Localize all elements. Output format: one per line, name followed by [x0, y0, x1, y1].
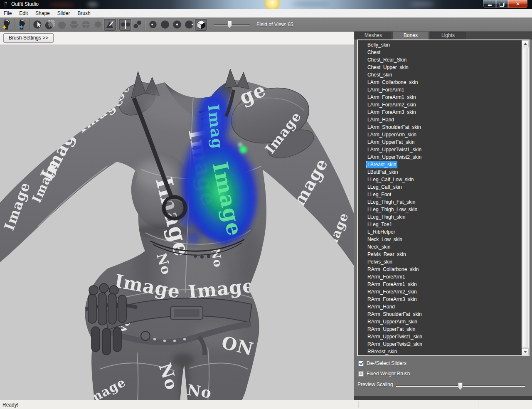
bone-list-item[interactable]: RArm_ForeArm2_skin [358, 288, 521, 296]
bone-list-item[interactable]: LLeg_Thigh_Low_skin [358, 206, 521, 213]
brush-falloff-solid-icon [160, 19, 170, 30]
menu-edit[interactable]: Edit [15, 10, 32, 17]
fov-label: Field of View: 65 [256, 22, 293, 27]
toolbar-separator [30, 19, 30, 30]
bone-list-item[interactable]: RArm_UpperArm_skin [358, 318, 521, 325]
fixed-weight-checkbox[interactable] [358, 371, 364, 377]
perspective-toggle-button[interactable] [195, 19, 207, 31]
tab-bones[interactable]: Bones [393, 32, 429, 39]
move-brush-button[interactable] [80, 19, 92, 31]
bone-list-item[interactable]: RArm_UpperTwist2_skin [358, 340, 521, 348]
bone-list-item[interactable]: LArm_ForeArm2_skin [358, 101, 521, 108]
main-toolbar: Field of View: 65 [0, 17, 532, 32]
glass-blur-decoration [265, 0, 280, 9]
bone-list-item[interactable]: RArm_Collarbone_skin [358, 266, 521, 273]
bone-list-item[interactable]: RArm_Hand [358, 303, 521, 310]
bone-list-item[interactable]: RArm_ForeArm3_skin [358, 296, 521, 303]
brush-falloff-solid-button[interactable] [159, 19, 171, 31]
close-button[interactable]: ✕ [508, 0, 527, 8]
scrollbar-thumb[interactable] [522, 48, 528, 347]
bone-list-item[interactable]: Chest_Upper_skin [358, 64, 521, 71]
menu-slider[interactable]: Slider [54, 10, 74, 17]
bone-list-item[interactable]: LArm_Collarbone_skin [358, 79, 521, 86]
preview-scaling-slider[interactable] [396, 385, 525, 387]
viewport-3d[interactable]: ImageImageImageImagegeImageImageNoNoImag… [0, 45, 354, 400]
status-divider [358, 401, 359, 408]
fov-slider-track[interactable] [214, 24, 250, 26]
bone-list[interactable]: Belly_skinChestChest_Rear_SkinChest_Uppe… [357, 39, 530, 356]
new-project-button[interactable] [1, 19, 13, 31]
tab-lights[interactable]: Lights [430, 32, 466, 39]
bone-list-item[interactable]: LLeg_Toe1 [358, 221, 521, 228]
bone-list-item[interactable]: LArm_ShoulderFat_skin [358, 123, 521, 131]
bone-list-item[interactable]: LLeg_Foot [358, 191, 521, 198]
bone-list-item[interactable]: Neck_skin [358, 243, 521, 251]
bone-list-item[interactable]: RArm_UpperTwist1_skin [358, 333, 521, 340]
brush-settings-button[interactable]: Brush Settings >> [3, 33, 54, 43]
bone-list-item[interactable]: LButtFat_skin [358, 168, 521, 176]
bone-list-item[interactable]: RArm_ForeArm1 [358, 273, 521, 281]
deselect-sliders-checkbox[interactable] [358, 361, 364, 366]
bone-list-item[interactable]: LLeg_Thigh_skin [358, 213, 521, 221]
fixed-weight-option[interactable]: Fixed Weight Brush [358, 371, 410, 377]
bone-list-item[interactable]: LLeg_Thigh_Fat_skin [358, 198, 521, 206]
bone-list-item[interactable]: Pelvis_skin [358, 258, 521, 266]
panel-tab-bar: MeshesBonesLights [354, 32, 532, 39]
preview-scaling-thumb[interactable] [458, 382, 463, 390]
menu-shape[interactable]: Shape [32, 10, 54, 17]
bone-list-item[interactable]: Chest_Rear_Skin [358, 56, 521, 64]
fov-slider-thumb[interactable] [227, 21, 232, 28]
x-mirror-button[interactable] [119, 19, 131, 31]
brush-falloff-center-button[interactable] [171, 19, 183, 31]
bone-list-item[interactable]: LArm_UpperTwist1_skin [358, 146, 521, 153]
bone-list-item[interactable]: Pelvis_Rear_skin [358, 251, 521, 258]
bone-list-item[interactable]: RArm_ShoulderFat_skin [358, 310, 521, 318]
glass-blur-decoration [292, 1, 330, 7]
bone-list-item[interactable]: LArm_Hand [358, 116, 521, 123]
mask-brush-button[interactable] [44, 19, 56, 31]
scrollbar-up-button[interactable] [522, 40, 529, 47]
minimize-button[interactable] [483, 0, 496, 8]
bone-list-item[interactable]: L_RibHelper [358, 228, 521, 236]
fov-slider[interactable]: Field of View: 65 [214, 22, 293, 27]
glass-blur-decoration [409, 2, 434, 7]
brush-falloff-edge-button[interactable] [183, 19, 195, 31]
restore-button[interactable] [496, 0, 508, 8]
deselect-sliders-option[interactable]: De-/Select Sliders [358, 360, 406, 366]
bone-list-item[interactable]: RArm_UpperFat_skin [358, 325, 521, 333]
bone-list-item[interactable]: Chest [358, 49, 521, 56]
preview-scaling-label: Preview Scaling [357, 382, 393, 387]
bone-list-item[interactable]: LBreast_skin [358, 161, 521, 168]
select-tool-button[interactable] [32, 19, 44, 31]
bone-list-item[interactable]: LArm_UpperTwist2_skin [358, 153, 521, 161]
bone-list-scrollbar[interactable] [522, 40, 529, 355]
window-title: Outfit Studio [11, 1, 39, 7]
bone-list-item[interactable]: LArm_ForeArm1 [358, 86, 521, 94]
inflate-brush-button[interactable] [56, 19, 68, 31]
tab-meshes[interactable]: Meshes [355, 32, 391, 39]
bone-list-item[interactable]: LLeg_Calf_Low_skin [358, 176, 521, 183]
weight-brush-button[interactable] [104, 19, 116, 31]
deflate-brush-button[interactable] [68, 19, 80, 31]
bone-list-item[interactable]: Chest_skin [358, 71, 521, 79]
bone-list-item[interactable]: Belly_skin [358, 41, 521, 49]
smooth-brush-button[interactable] [92, 19, 104, 31]
bone-list-item[interactable]: Neck_Low_skin [358, 236, 521, 243]
bone-list-item[interactable]: LLeg_Calf_skin [358, 183, 521, 191]
load-project-icon [17, 19, 28, 30]
bone-list-item[interactable]: LArm_UpperFat_skin [358, 138, 521, 146]
connected-only-button[interactable] [131, 19, 143, 31]
bone-list-item[interactable]: LArm_ForeArm3_skin [358, 108, 521, 116]
bone-list-item[interactable]: RArm_ForeArm1_skin [358, 281, 521, 288]
bone-list-item[interactable]: LArm_UpperArm_skin [358, 131, 521, 138]
bone-list-item[interactable]: RBreast_skin [358, 348, 521, 355]
select-tool-icon [32, 19, 43, 30]
toolbar-separator [117, 19, 118, 30]
scrollbar-down-button[interactable] [522, 348, 529, 355]
menu-file[interactable]: File [0, 10, 15, 17]
brush-falloff-inner-button[interactable] [147, 19, 159, 31]
bone-list-item[interactable]: LArm_ForeArm1_skin [358, 94, 521, 101]
title-bar[interactable]: Outfit Studio ✕ [0, 0, 532, 9]
menu-brush[interactable]: Brush [74, 10, 94, 17]
load-project-button[interactable] [16, 19, 28, 31]
